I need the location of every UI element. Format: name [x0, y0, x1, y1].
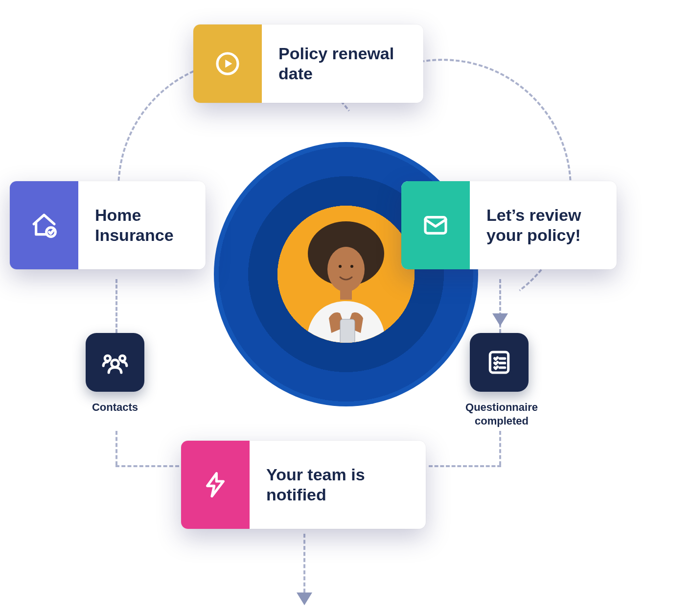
connector-left-to-bottom-h: [115, 465, 179, 467]
card-icon-wrap: [193, 24, 262, 103]
card-policy-renewal: Policy renewal date: [193, 24, 423, 103]
play-circle-icon: [214, 50, 241, 77]
card-icon-wrap: [401, 181, 470, 269]
connector-right-to-bottom-h: [429, 465, 501, 467]
tile-contacts-label: Contacts: [81, 401, 149, 414]
svg-point-10: [105, 355, 110, 361]
card-icon-wrap: [181, 441, 250, 529]
svg-point-5: [350, 265, 353, 268]
connector-bottom-out: [303, 534, 305, 592]
checklist-icon: [485, 349, 513, 376]
users-icon: [101, 349, 129, 376]
tile-questionnaire-label: Questionnaire completed: [453, 401, 551, 427]
workflow-diagram: Policy renewal date Home Insurance Let’s…: [0, 0, 692, 616]
envelope-icon: [422, 212, 449, 239]
home-check-icon: [30, 212, 58, 239]
person-with-phone-icon: [282, 215, 410, 343]
card-review-policy: Let’s review your policy!: [401, 181, 617, 269]
connector-left-to-bottom-v: [115, 431, 117, 465]
card-label: Policy renewal date: [262, 24, 423, 103]
svg-point-9: [112, 360, 119, 367]
arrow-bottom-out: [297, 592, 312, 605]
card-icon-wrap: [10, 181, 78, 269]
connector-right-to-bottom-v: [499, 431, 501, 465]
customer-avatar: [277, 206, 415, 343]
tile-contacts: [86, 333, 144, 392]
svg-point-1: [327, 247, 365, 292]
arrow-right-down: [492, 313, 508, 326]
card-label: Home Insurance: [78, 181, 206, 269]
lightning-icon: [202, 471, 229, 498]
svg-rect-3: [340, 319, 355, 343]
card-label: Let’s review your policy!: [470, 181, 617, 269]
card-label: Your team is notified: [250, 441, 426, 529]
svg-point-11: [120, 355, 125, 361]
svg-point-4: [339, 265, 342, 268]
connector-left-down: [115, 279, 117, 333]
card-team-notified: Your team is notified: [181, 441, 426, 529]
tile-questionnaire: [470, 333, 529, 392]
svg-rect-2: [340, 288, 352, 300]
card-home-insurance: Home Insurance: [10, 181, 206, 269]
